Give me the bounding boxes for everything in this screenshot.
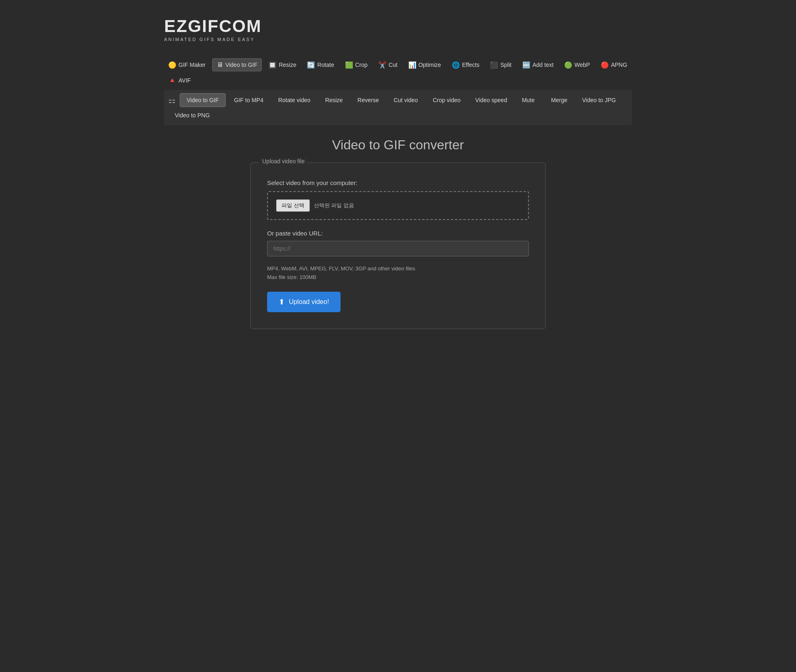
nav-optimize[interactable]: 📊 Optimize bbox=[404, 59, 445, 71]
file-no-chosen-label: 선택된 파일 없음 bbox=[314, 202, 354, 209]
nav-avif[interactable]: 🔺 AVIF bbox=[164, 74, 195, 87]
effects-icon: 🌐 bbox=[452, 61, 460, 69]
file-info: MP4, WebM, AVI, MPEG, FLV, MOV, 3GP and … bbox=[267, 265, 529, 282]
nav-cut-label: Cut bbox=[389, 62, 398, 68]
upload-icon: ⬆ bbox=[279, 297, 285, 306]
sub-nav-gif-to-mp4[interactable]: GIF to MP4 bbox=[227, 94, 270, 107]
avif-icon: 🔺 bbox=[168, 76, 176, 84]
nav-gif-maker[interactable]: 🟡 GIF Maker bbox=[164, 59, 210, 71]
file-input-area[interactable]: 파일 선택 선택된 파일 없음 bbox=[267, 191, 529, 220]
sub-nav-rotate-video[interactable]: Rotate video bbox=[272, 94, 317, 107]
file-choose-button[interactable]: 파일 선택 bbox=[276, 199, 310, 212]
nav-video-to-gif-label: Video to GIF bbox=[225, 62, 257, 68]
rotate-icon: 🔄 bbox=[307, 61, 315, 69]
upload-button-label: Upload video! bbox=[289, 298, 329, 306]
sub-nav-reverse[interactable]: Reverse bbox=[351, 94, 385, 107]
nav-effects-label: Effects bbox=[462, 62, 480, 68]
nav-crop-label: Crop bbox=[355, 62, 368, 68]
crop-icon: 🟩 bbox=[345, 61, 353, 69]
cut-icon: ✂️ bbox=[378, 61, 387, 69]
gif-maker-icon: 🟡 bbox=[168, 61, 176, 69]
nav-split[interactable]: ⬛ Split bbox=[486, 59, 515, 71]
sub-nav-mute[interactable]: Mute bbox=[515, 94, 541, 107]
upload-card-legend: Upload video file bbox=[259, 158, 308, 165]
nav-rotate[interactable]: 🔄 Rotate bbox=[303, 59, 338, 71]
nav-resize[interactable]: 🔲 Resize bbox=[264, 59, 300, 71]
nav-rotate-label: Rotate bbox=[317, 62, 334, 68]
nav-optimize-label: Optimize bbox=[419, 62, 441, 68]
nav-apng[interactable]: 🔴 APNG bbox=[597, 59, 631, 71]
optimize-icon: 📊 bbox=[408, 61, 416, 69]
split-icon: ⬛ bbox=[490, 61, 498, 69]
sub-nav-video-to-gif[interactable]: Video to GIF bbox=[180, 93, 226, 107]
nav-split-label: Split bbox=[500, 62, 511, 68]
sub-nav: ⚏ Video to GIF GIF to MP4 Rotate video R… bbox=[164, 90, 632, 125]
sub-nav-video-to-png[interactable]: Video to PNG bbox=[168, 109, 216, 122]
page-title: Video to GIF converter bbox=[164, 137, 632, 153]
sub-nav-video-speed[interactable]: Video speed bbox=[469, 94, 514, 107]
nav-video-to-gif[interactable]: 🖥 Video to GIF bbox=[212, 58, 262, 71]
nav-gif-maker-label: GIF Maker bbox=[178, 62, 206, 68]
add-text-icon: 🔤 bbox=[522, 61, 531, 69]
sub-nav-video-to-jpg[interactable]: Video to JPG bbox=[576, 94, 622, 107]
nav-webp-label: WebP bbox=[574, 62, 590, 68]
logo-title[interactable]: EZGIFCOM bbox=[164, 16, 632, 36]
upload-card: Upload video file Select video from your… bbox=[250, 162, 546, 329]
nav-resize-label: Resize bbox=[279, 62, 296, 68]
apng-icon: 🔴 bbox=[601, 61, 609, 69]
nav-crop[interactable]: 🟩 Crop bbox=[341, 59, 372, 71]
nav-add-text-label: Add text bbox=[533, 62, 554, 68]
sub-nav-crop-video[interactable]: Crop video bbox=[426, 94, 467, 107]
resize-icon: 🔲 bbox=[268, 61, 277, 69]
nav-apng-label: APNG bbox=[611, 62, 627, 68]
sub-nav-merge[interactable]: Merge bbox=[544, 94, 574, 107]
logo-subtitle: ANIMATED GIFS MADE EASY bbox=[164, 37, 632, 42]
file-select-label: Select video from your computer: bbox=[267, 179, 529, 186]
nav-effects[interactable]: 🌐 Effects bbox=[448, 59, 484, 71]
video-to-gif-icon: 🖥 bbox=[217, 61, 223, 69]
nav-cut[interactable]: ✂️ Cut bbox=[374, 59, 402, 71]
sub-nav-cut-video[interactable]: Cut video bbox=[387, 94, 424, 107]
upload-button[interactable]: ⬆ Upload video! bbox=[267, 292, 341, 312]
sub-nav-grid-icon: ⚏ bbox=[168, 95, 176, 105]
url-input[interactable] bbox=[267, 241, 529, 256]
file-info-line2: Max file size: 100MB bbox=[267, 273, 529, 282]
nav-add-text[interactable]: 🔤 Add text bbox=[518, 59, 558, 71]
top-nav: 🟡 GIF Maker 🖥 Video to GIF 🔲 Resize 🔄 Ro… bbox=[164, 58, 632, 87]
file-info-line1: MP4, WebM, AVI, MPEG, FLV, MOV, 3GP and … bbox=[267, 265, 529, 273]
webp-icon: 🟢 bbox=[564, 61, 572, 69]
nav-avif-label: AVIF bbox=[178, 77, 191, 84]
logo-area: EZGIFCOM ANIMATED GIFS MADE EASY bbox=[164, 8, 632, 58]
sub-nav-resize[interactable]: Resize bbox=[319, 94, 350, 107]
nav-webp[interactable]: 🟢 WebP bbox=[560, 59, 594, 71]
url-label: Or paste video URL: bbox=[267, 230, 529, 237]
